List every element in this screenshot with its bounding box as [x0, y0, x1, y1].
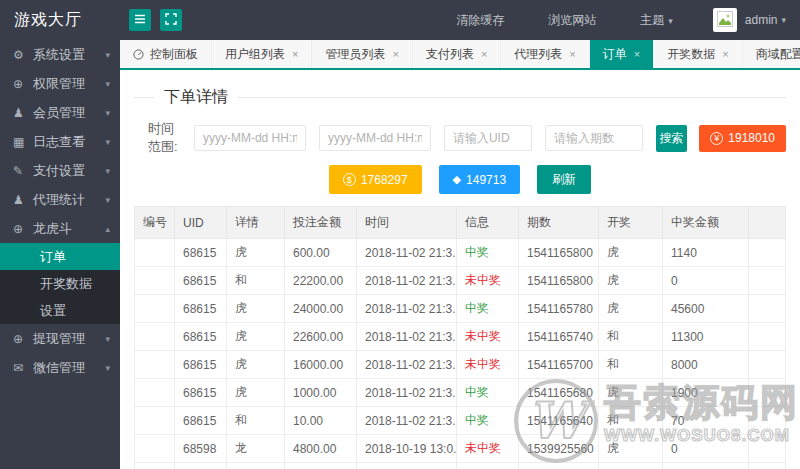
- stats-row: $ 1768297 ◆ 149713 刷新: [134, 165, 786, 194]
- collapse-sidebar-button[interactable]: [129, 9, 151, 31]
- sidebar-item-permissions[interactable]: ⊕ 权限管理 ▾: [0, 69, 120, 98]
- header-right-nav: 清除缓存 浏览网站 主题▾ admin▾: [412, 8, 800, 32]
- status-badge: 中奖: [465, 413, 489, 427]
- refresh-button[interactable]: 刷新: [537, 165, 591, 194]
- cell-id: [135, 407, 175, 435]
- time-to-input[interactable]: [319, 125, 431, 151]
- col-id: 编号: [135, 207, 175, 239]
- col-uid: UID: [175, 207, 227, 239]
- app-window: 游戏大厅 清除缓存 浏览网站 主题▾ admin▾ ⚙ 系统: [0, 0, 800, 469]
- globe-icon: ⊕: [13, 222, 33, 236]
- user-icon: ♟: [13, 193, 33, 207]
- tab-user-group-list[interactable]: 用户组列表×: [212, 40, 312, 68]
- total-red-stat-button[interactable]: ¥ 1918010: [699, 125, 786, 152]
- time-from-input[interactable]: [194, 125, 306, 151]
- close-icon[interactable]: ×: [481, 48, 487, 60]
- table-row: 68615虎600.002018-11-02 21:3...中奖15411658…: [135, 239, 786, 267]
- chevron-down-icon: ▾: [105, 334, 110, 344]
- filter-row: 时间范围: 搜索 ¥ 1918010: [134, 120, 786, 156]
- sidebar-item-members[interactable]: ♟ 会员管理 ▾: [0, 98, 120, 127]
- chevron-down-icon: ▾: [105, 137, 110, 147]
- tab-orders[interactable]: 订单×: [590, 40, 654, 68]
- sidebar-item-withdraw[interactable]: ⊕ 提现管理 ▾: [0, 324, 120, 353]
- tab-payment-list[interactable]: 支付列表×: [413, 40, 501, 68]
- sidebar-subitem-settings[interactable]: 设置: [0, 297, 120, 324]
- browse-site-link[interactable]: 浏览网站: [548, 12, 596, 29]
- status-badge: 未中奖: [465, 357, 501, 371]
- sidebar-item-wechat[interactable]: ✉ 微信管理 ▾: [0, 353, 120, 382]
- broken-image-icon: [717, 11, 733, 30]
- chevron-down-icon: ▾: [105, 363, 110, 373]
- sidebar-subitem-lottery-data[interactable]: 开奖数据: [0, 270, 120, 297]
- app-logo: 游戏大厅: [0, 10, 120, 31]
- tab-control-panel[interactable]: 控制面板: [120, 40, 212, 68]
- close-icon[interactable]: ×: [569, 48, 575, 60]
- dollar-coin-icon: $: [343, 173, 356, 186]
- sidebar-item-longhudou[interactable]: ⊕ 龙虎斗 ▴: [0, 214, 120, 243]
- message-icon: ✉: [13, 361, 33, 375]
- user-icon: ♟: [13, 106, 33, 120]
- globe-icon: ⊕: [13, 332, 33, 346]
- status-badge: 未中奖: [465, 273, 501, 287]
- status-badge: 未中奖: [465, 441, 501, 455]
- chevron-down-icon: ▾: [105, 50, 110, 60]
- pen-icon: ✎: [13, 164, 33, 178]
- cell-id: [135, 295, 175, 323]
- user-menu[interactable]: admin▾: [745, 13, 786, 27]
- close-icon[interactable]: ×: [292, 48, 298, 60]
- cell-id: [135, 351, 175, 379]
- plus-circle-icon: ⊕: [13, 77, 33, 91]
- avatar[interactable]: [713, 8, 737, 32]
- total-blue-stat-button[interactable]: ◆ 149713: [439, 165, 521, 194]
- close-icon[interactable]: ×: [392, 48, 398, 60]
- cell-id: [135, 463, 175, 469]
- chevron-down-icon: ▾: [781, 15, 786, 25]
- table-row: 68615虎22600.002018-11-02 21:3...未中奖15411…: [135, 323, 786, 351]
- grid-icon: ▦: [13, 135, 33, 149]
- sidebar-subitem-orders[interactable]: 订单: [0, 243, 120, 270]
- col-status: 信息: [457, 207, 519, 239]
- cell-id: [135, 323, 175, 351]
- sidebar-item-system-settings[interactable]: ⚙ 系统设置 ▾: [0, 40, 120, 69]
- clear-cache-link[interactable]: 清除缓存: [456, 12, 504, 29]
- close-icon[interactable]: ×: [722, 48, 728, 60]
- search-button[interactable]: 搜索: [656, 125, 687, 152]
- tab-admin-list[interactable]: 管理员列表×: [312, 40, 412, 68]
- sidebar-submenu-longhudou: 订单 开奖数据 设置: [0, 243, 120, 324]
- table-row: 68615和10.002018-11-02 21:3...中奖154116564…: [135, 407, 786, 435]
- issue-input[interactable]: [545, 125, 643, 151]
- col-detail: 详情: [227, 207, 285, 239]
- table-row: 68598龙4800.002018-10-19 13:0...未中奖153992…: [135, 435, 786, 463]
- table-row: 68615和22200.002018-11-02 21:3...未中奖15411…: [135, 267, 786, 295]
- panel-title-row: 下单详情: [134, 86, 786, 108]
- chevron-down-icon: ▾: [105, 108, 110, 118]
- gear-icon: ⚙: [13, 48, 33, 62]
- cell-id: [135, 379, 175, 407]
- table-header-row: 编号 UID 详情 投注金额 时间 信息 期数 开奖 中奖金额: [135, 207, 786, 239]
- fullscreen-button[interactable]: [160, 9, 182, 31]
- chevron-down-icon: ▾: [105, 166, 110, 176]
- cell-id: [135, 435, 175, 463]
- tab-agent-list[interactable]: 代理列表×: [501, 40, 589, 68]
- hamburger-icon: [134, 11, 146, 29]
- dashboard-icon: [133, 49, 144, 60]
- status-badge: 中奖: [465, 245, 489, 259]
- chevron-down-icon: ▾: [105, 79, 110, 89]
- close-icon[interactable]: ×: [634, 48, 640, 60]
- table-row: 68615虎16000.002018-11-02 21:3...未中奖15411…: [135, 351, 786, 379]
- uid-input[interactable]: [444, 125, 532, 151]
- sidebar-item-payment-settings[interactable]: ✎ 支付设置 ▾: [0, 156, 120, 185]
- page-title: 下单详情: [154, 86, 238, 108]
- col-filler: [749, 207, 786, 239]
- cell-id: [135, 267, 175, 295]
- tab-domain-config[interactable]: 商域配置×: [743, 40, 800, 68]
- sidebar: ⚙ 系统设置 ▾ ⊕ 权限管理 ▾ ♟ 会员管理 ▾ ▦ 日志查看 ▾ ✎ 支付…: [0, 40, 120, 469]
- yen-coin-icon: ¥: [710, 132, 723, 145]
- sidebar-item-logs[interactable]: ▦ 日志查看 ▾: [0, 127, 120, 156]
- theme-menu[interactable]: 主题▾: [640, 12, 673, 29]
- tab-lottery-data[interactable]: 开奖数据×: [654, 40, 742, 68]
- col-win: 中奖金额: [663, 207, 749, 239]
- total-yellow-stat-button[interactable]: $ 1768297: [329, 165, 422, 194]
- sidebar-item-agent-stats[interactable]: ♟ 代理统计 ▾: [0, 185, 120, 214]
- chevron-down-icon: ▾: [105, 195, 110, 205]
